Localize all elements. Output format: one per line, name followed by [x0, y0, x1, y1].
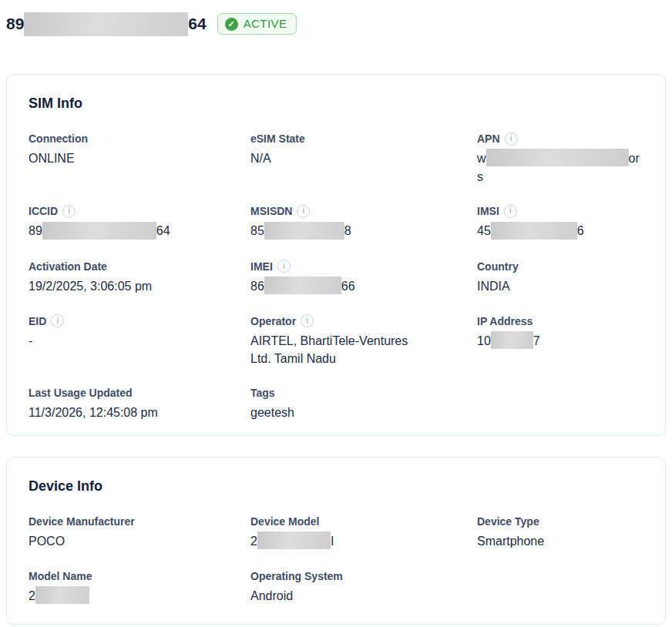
field-value: 107: [477, 332, 643, 350]
info-icon[interactable]: i: [504, 205, 517, 218]
value-text: Android: [250, 589, 293, 602]
field-label: Device Type: [477, 515, 643, 528]
sim-id-heading: 8964: [6, 12, 207, 36]
field-label-text: Tags: [250, 386, 275, 400]
info-icon[interactable]: i: [51, 314, 64, 327]
field-label-text: Device Type: [477, 515, 539, 528]
field-label: IP Address: [477, 314, 643, 328]
info-icon[interactable]: i: [301, 314, 314, 327]
field-label-text: Operating System: [250, 569, 343, 583]
field-esim-state: eSIM StateN/A: [250, 132, 477, 186]
field-iccid: ICCIDi8964: [29, 204, 250, 240]
field-label: ICCIDi: [29, 204, 250, 218]
field-model-name: Model Name2: [29, 569, 250, 605]
field-label-text: MSISDN: [250, 204, 292, 218]
value-text: 11/3/2026, 12:45:08 pm: [29, 406, 158, 419]
field-label: Device Manufacturer: [29, 515, 250, 528]
field-tags: Tagsgeetesh: [250, 386, 477, 421]
field-label-text: ICCID: [29, 204, 58, 218]
field-value: Ltd. Tamil Nadu: [250, 350, 477, 367]
field-value: N/A: [250, 149, 477, 167]
redacted-text: [264, 222, 344, 240]
redacted-text: [491, 331, 533, 349]
redacted-text: [24, 12, 188, 36]
value-text: 85: [250, 224, 264, 237]
field-label-text: eSIM State: [250, 132, 305, 146]
value-text: ONLINE: [29, 152, 75, 165]
redacted-text: [491, 222, 577, 240]
value-text: 64: [156, 224, 170, 237]
field-value: ONLINE: [29, 149, 250, 167]
device-info-title: Device Info: [29, 478, 643, 495]
value-text: 2: [250, 535, 257, 548]
sim-info-field-grid: ConnectionONLINEeSIM StateN/AAPNiworsICC…: [29, 132, 643, 421]
field-label-text: Device Manufacturer: [29, 515, 135, 528]
field-label: IMEIi: [250, 260, 477, 273]
field-value: 2: [29, 587, 250, 605]
field-value: 858: [250, 222, 477, 240]
field-device-manufacturer: Device ManufacturerPOCO: [29, 515, 250, 551]
field-value: 456: [477, 222, 643, 240]
field-value: 11/3/2026, 12:45:08 pm: [29, 404, 250, 421]
sim-info-title: SIM Info: [29, 95, 643, 112]
redacted-text: [35, 586, 89, 604]
field-label: Device Model: [250, 515, 477, 528]
field-connection: ConnectionONLINE: [29, 132, 250, 186]
value-text: AIRTEL, BhartiTele-Ventures: [250, 334, 408, 347]
field-label-text: IMSI: [477, 204, 499, 218]
field-ip-address: IP Address107: [477, 314, 643, 367]
value-text: 45: [477, 224, 491, 237]
value-text: s: [477, 170, 483, 183]
redacted-text: [486, 149, 629, 166]
field-label-text: Last Usage Updated: [29, 386, 133, 400]
value-text: 7: [533, 334, 540, 347]
info-icon[interactable]: i: [62, 205, 76, 218]
field-label: Connection: [29, 132, 250, 146]
field-label-text: Connection: [29, 132, 88, 146]
status-badge-label: ACTIVE: [244, 17, 287, 31]
page-header: 8964 ✓ ACTIVE: [6, 11, 666, 37]
field-value: Android: [250, 587, 477, 605]
field-imei: IMEIi8666: [250, 260, 477, 296]
field-value: 19/2/2025, 3:06:05 pm: [29, 277, 250, 295]
field-value: INDIA: [477, 277, 643, 295]
redacted-text: [257, 531, 331, 549]
value-text: 8: [344, 224, 351, 237]
field-label: Operating System: [250, 569, 477, 583]
device-info-field-grid: Device ManufacturerPOCODevice Model2IDev…: [29, 515, 643, 606]
field-value: s: [477, 168, 643, 186]
field-value: -: [29, 332, 250, 350]
value-text: POCO: [29, 535, 65, 548]
field-label: eSIM State: [250, 132, 477, 146]
info-icon[interactable]: i: [297, 205, 310, 218]
field-label: Tags: [250, 386, 477, 400]
value-text: Smartphone: [477, 535, 544, 548]
field-label-text: Activation Date: [29, 260, 107, 273]
field-label-text: APN: [477, 132, 500, 146]
value-text: w: [477, 152, 486, 165]
info-icon[interactable]: i: [505, 132, 518, 146]
value-text: 66: [341, 280, 355, 293]
field-value: wor: [477, 149, 643, 168]
value-text: INDIA: [477, 280, 510, 293]
value-text: N/A: [250, 152, 271, 165]
redacted-text: [42, 222, 156, 240]
field-operator: OperatoriAIRTEL, BhartiTele-VenturesLtd.…: [250, 314, 477, 367]
value-text: geetesh: [250, 406, 294, 419]
info-icon[interactable]: i: [277, 260, 291, 273]
value-text: 19/2/2025, 3:06:05 pm: [29, 280, 152, 293]
field-last-usage-updated: Last Usage Updated11/3/2026, 12:45:08 pm: [29, 386, 250, 421]
field-label: Activation Date: [29, 260, 250, 273]
field-imsi: IMSIi456: [477, 204, 643, 240]
field-label-text: IMEI: [250, 260, 273, 273]
field-label-text: Country: [477, 260, 519, 273]
field-value: Smartphone: [477, 532, 643, 550]
value-text: -: [29, 334, 32, 347]
field-label: APNi: [477, 132, 643, 146]
value-text: 6: [577, 224, 584, 237]
field-value: AIRTEL, BhartiTele-Ventures: [250, 332, 477, 350]
value-text: I: [331, 535, 334, 548]
field-label: Last Usage Updated: [29, 386, 250, 400]
field-label: Country: [477, 260, 643, 273]
value-text: Ltd. Tamil Nadu: [250, 352, 336, 365]
